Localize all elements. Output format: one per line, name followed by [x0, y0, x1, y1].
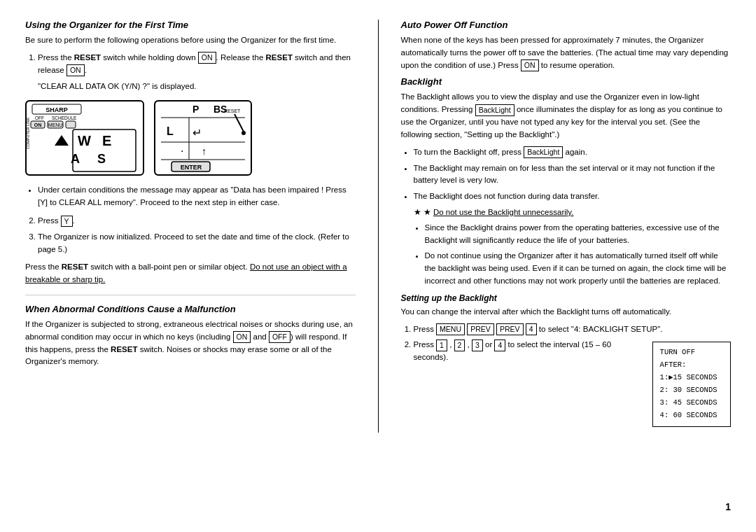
on-key-2: ON: [66, 64, 85, 76]
svg-text:OFF: OFF: [35, 115, 44, 120]
y-key: Y: [61, 216, 73, 227]
svg-point-26: [241, 131, 246, 135]
backlight-bullets: To turn the Backlight off, press BackLig…: [414, 146, 732, 288]
one-key: 1: [436, 340, 447, 351]
svg-text:ENTER: ENTER: [181, 164, 202, 171]
clear-msg: "CLEAR ALL DATA OK (Y/N) ?" is displayed…: [38, 80, 356, 93]
column-divider: [378, 20, 379, 433]
svg-text:L: L: [167, 125, 174, 137]
section-auto-power: Auto Power Off Function When none of the…: [401, 20, 732, 71]
menu-key: MENU: [436, 323, 465, 335]
section1-bullets: Under certain conditions the message may…: [38, 184, 356, 209]
svg-text:SHARP: SHARP: [46, 106, 68, 113]
backlight-key-1: BackLight: [475, 104, 514, 116]
svg-text:ON: ON: [34, 122, 42, 127]
step2: Press Y.: [38, 215, 356, 227]
on-key-4: ON: [521, 59, 539, 71]
keyboard-svg: SHARP OFF SCHEDULE ON MENU COMPUTER LINK: [25, 100, 144, 176]
three-key: 3: [472, 340, 483, 351]
prev-key-2: PREV: [496, 323, 524, 335]
turnoff-table: TURN OFF AFTER: 1:▶15 SECONDS 2: 30 SECO…: [652, 342, 731, 426]
do-not-use-backlight: Do not use the Backlight unnecessarily.: [433, 208, 574, 216]
svg-text:P: P: [192, 104, 199, 115]
section1-title: Using the Organizer for the First Time: [25, 20, 356, 30]
reset-note: Press the RESET switch with a ball-point…: [25, 261, 356, 286]
reset-bold-2: RESET: [111, 345, 137, 354]
sub-bullets: Since the Backlight drains power from th…: [425, 222, 732, 288]
and-text: and: [253, 332, 267, 341]
sub-bullet-auto-off: Do not continue using the Organizer afte…: [425, 250, 732, 287]
section5-steps: Press MENU PREV PREV 4 to select "4: BAC…: [414, 323, 732, 427]
section-backlight: Backlight The Backlight allows you to vi…: [401, 76, 732, 287]
section5-intro: You can change the interval after which …: [401, 306, 732, 318]
svg-text:·: ·: [181, 145, 183, 157]
section-using-organizer: Using the Organizer for the First Time B…: [25, 20, 356, 286]
divider1: [25, 295, 356, 295]
bullet-data-impaired: Under certain conditions the message may…: [38, 184, 356, 209]
turnoff-header: TURN OFF AFTER:: [660, 346, 723, 372]
section1-steps-2: Press Y. The Organizer is now initialize…: [38, 215, 356, 255]
section5-title: Setting up the Backlight: [401, 293, 732, 303]
on-key-3: ON: [233, 331, 251, 343]
svg-text:MENU: MENU: [48, 122, 63, 127]
section3-body: When none of the keys has been pressed f…: [401, 34, 732, 71]
svg-text:E: E: [102, 133, 111, 148]
section1-intro: Be sure to perform the following operati…: [25, 34, 356, 47]
section-abnormal: When Abnormal Conditions Cause a Malfunc…: [25, 304, 356, 368]
section2-body: If the Organizer is subjected to strong,…: [25, 318, 356, 368]
section-backlight-setup: Setting up the Backlight You can change …: [401, 293, 732, 427]
bullet-turn-off: To turn the Backlight off, press BackLig…: [414, 146, 732, 159]
section1-steps: Press the RESET switch while holding dow…: [38, 52, 356, 93]
svg-text:SCHEDULE: SCHEDULE: [52, 115, 77, 120]
svg-text:↑: ↑: [202, 146, 206, 157]
device-illustration: SHARP OFF SCHEDULE ON MENU COMPUTER LINK: [25, 100, 356, 176]
step1: Press the RESET switch while holding dow…: [38, 52, 356, 93]
turnoff-row-2: 2: 30 SECONDS: [660, 384, 723, 397]
step5-2-text: Press 1 , 2 , 3 or 4 to select the inter…: [414, 339, 638, 364]
reset-label-2: RESET: [266, 53, 293, 62]
backlight-key-2: BackLight: [524, 146, 563, 158]
turnoff-row-1: 1:▶15 SECONDS: [660, 372, 723, 384]
svg-text:RESET: RESET: [224, 108, 241, 113]
svg-text:↵: ↵: [192, 127, 202, 139]
sub-bullet-batteries: Since the Backlight drains power from th…: [425, 222, 732, 247]
enter-svg: P BS L ↵ · ↑ RESET: [154, 100, 252, 176]
svg-text:COMPUTER LINK: COMPUTER LINK: [26, 118, 30, 150]
svg-text:W: W: [78, 133, 91, 148]
section4-intro: The Backlight allows you to view the dis…: [401, 91, 732, 141]
bullet-no-transfer: The Backlight does not function during d…: [414, 190, 732, 203]
reset-bold: RESET: [62, 262, 88, 271]
turnoff-row-3: 3: 45 SECONDS: [660, 397, 723, 410]
section2-title: When Abnormal Conditions Cause a Malfunc…: [25, 304, 356, 314]
prev-key-1: PREV: [467, 323, 494, 335]
page-number: 1: [725, 501, 731, 512]
turnoff-row-4: 4: 60 SECONDS: [660, 410, 723, 422]
four-key-1: 4: [526, 323, 537, 335]
svg-text:S: S: [97, 152, 106, 166]
section4-title: Backlight: [401, 76, 732, 87]
reset-label-1: RESET: [74, 53, 101, 62]
section3-title: Auto Power Off Function: [401, 20, 732, 30]
on-key-1: ON: [198, 52, 216, 64]
four-key-2: 4: [494, 340, 505, 351]
two-key: 2: [454, 340, 465, 351]
step3: The Organizer is now initialized. Procee…: [38, 231, 356, 256]
step5-2: Press 1 , 2 , 3 or 4 to select the inter…: [414, 339, 732, 426]
step5-1: Press MENU PREV PREV 4 to select "4: BAC…: [414, 323, 732, 336]
star-icon: ★: [424, 208, 433, 216]
left-column: Using the Organizer for the First Time B…: [25, 20, 356, 433]
svg-rect-9: [66, 121, 76, 128]
bullet-do-not-use: ★ Do not use the Backlight unnecessarily…: [414, 206, 732, 288]
right-column: Auto Power Off Function When none of the…: [401, 20, 732, 433]
svg-text:A: A: [71, 152, 80, 166]
bullet-remain-on: The Backlight may remain on for less tha…: [414, 162, 732, 188]
page-layout: Using the Organizer for the First Time B…: [25, 20, 731, 433]
off-key: OFF: [269, 331, 290, 343]
